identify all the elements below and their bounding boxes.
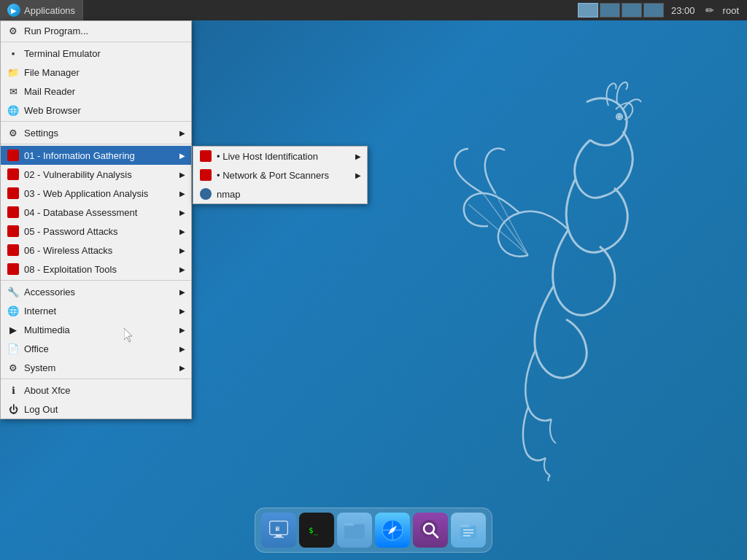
dock-item-folder[interactable]	[337, 513, 372, 548]
workspace-2[interactable]	[600, 3, 620, 18]
office-label: Office	[24, 343, 49, 354]
office-arrow: ▶	[179, 345, 185, 353]
mail-reader-label: Mail Reader	[24, 86, 75, 97]
menu-item-info-gathering[interactable]: 01 - Information Gathering ▶ • Live Host…	[1, 146, 191, 165]
svg-text:$_: $_	[309, 526, 319, 535]
menu-item-system[interactable]: ⚙ System ▶	[1, 358, 191, 377]
accessories-icon: 🔧	[7, 285, 20, 298]
menu-item-exploitation[interactable]: 08 - Exploitation Tools ▶	[1, 260, 191, 279]
username: root	[719, 5, 743, 16]
about-icon: ℹ	[7, 384, 20, 397]
info-gathering-icon	[7, 149, 20, 162]
menu-item-settings[interactable]: ⚙ Settings ▶	[1, 123, 191, 142]
app-menu: ⚙ Run Program... ▪ Terminal Emulator 📁 F…	[0, 20, 192, 419]
workspace-4[interactable]	[643, 3, 664, 18]
separator-2	[1, 121, 191, 122]
clock: 23:00	[665, 5, 701, 16]
menu-item-internet[interactable]: 🌐 Internet ▶	[1, 301, 191, 320]
dock-item-terminal[interactable]: $_	[299, 513, 334, 548]
monitor-icon: 🖥	[267, 518, 290, 542]
terminal-dock-icon: $_	[305, 518, 328, 542]
accessories-label: Accessories	[24, 287, 75, 298]
info-gathering-arrow: ▶	[179, 152, 185, 160]
applications-label: Applications	[24, 5, 75, 16]
menu-item-web-app[interactable]: 03 - Web Application Analysis ▶	[1, 184, 191, 203]
menu-item-terminal[interactable]: ▪ Terminal Emulator	[1, 44, 191, 63]
live-host-label: • Live Host Identification	[217, 151, 318, 162]
file-manager-label: File Manager	[24, 67, 80, 78]
settings-arrow: ▶	[179, 129, 185, 137]
db-assessment-arrow: ▶	[179, 209, 185, 217]
multimedia-label: Multimedia	[24, 324, 70, 335]
vuln-analysis-arrow: ▶	[179, 171, 185, 179]
menu-item-wireless[interactable]: 06 - Wireless Attacks ▶	[1, 241, 191, 260]
separator-5	[1, 378, 191, 379]
info-gathering-label: 01 - Information Gathering	[24, 150, 135, 161]
svg-rect-19	[463, 532, 473, 534]
system-icon: ⚙	[7, 361, 20, 374]
about-label: About Xfce	[24, 385, 71, 396]
separator-3	[1, 144, 191, 144]
system-arrow: ▶	[179, 364, 185, 372]
nmap-label: nmap	[217, 189, 241, 200]
svg-text:🖥: 🖥	[274, 526, 280, 532]
exploitation-arrow: ▶	[179, 265, 185, 273]
menu-item-db-assessment[interactable]: 04 - Database Assessment ▶	[1, 203, 191, 222]
file-manager-icon: 📁	[7, 66, 20, 79]
dock: 🖥 $_	[255, 508, 492, 553]
submenu-item-network-port[interactable]: • Network & Port Scanners ▶	[193, 166, 367, 184]
menu-item-web-browser[interactable]: 🌐 Web Browser	[1, 101, 191, 120]
live-host-arrow: ▶	[355, 152, 361, 160]
wireless-arrow: ▶	[179, 246, 185, 254]
menu-item-vuln-analysis[interactable]: 02 - Vulnerability Analysis ▶	[1, 165, 191, 184]
svg-rect-4	[276, 534, 282, 537]
separator-4	[1, 280, 191, 281]
network-port-icon	[199, 168, 212, 182]
multimedia-arrow: ▶	[179, 326, 185, 334]
web-icon: 🌐	[7, 104, 20, 117]
settings-icon: ⚙	[7, 126, 20, 139]
workspace-3[interactable]	[622, 3, 642, 18]
menu-item-multimedia[interactable]: ▶ Multimedia ▶	[1, 320, 191, 339]
accessories-arrow: ▶	[179, 288, 185, 296]
db-assessment-icon	[7, 206, 20, 219]
menu-item-logout[interactable]: ⏻ Log Out	[1, 400, 191, 419]
menu-item-file-manager[interactable]: 📁 File Manager	[1, 63, 191, 82]
office-icon: 📄	[7, 342, 20, 355]
svg-rect-20	[463, 535, 471, 537]
terminal-label: Terminal Emulator	[24, 48, 101, 59]
browser-dock-icon	[381, 518, 404, 542]
dock-item-monitor[interactable]: 🖥	[261, 513, 296, 548]
menu-item-about[interactable]: ℹ About Xfce	[1, 381, 191, 400]
run-program-label: Run Program...	[24, 26, 88, 36]
web-app-icon	[7, 187, 20, 200]
internet-label: Internet	[24, 306, 56, 316]
kali-dragon	[382, 58, 689, 481]
network-port-label: • Network & Port Scanners	[217, 170, 329, 181]
files-dock-icon	[457, 518, 480, 542]
taskbar-top: ▶ Applications 23:00 ✏ root	[0, 0, 747, 20]
settings-label: Settings	[24, 128, 58, 139]
submenu-item-live-host[interactable]: • Live Host Identification ▶	[193, 147, 367, 166]
dock-item-search[interactable]	[413, 513, 448, 548]
web-browser-label: Web Browser	[24, 105, 81, 116]
mail-icon: ✉	[7, 85, 20, 98]
folder-dock-icon	[343, 518, 366, 542]
workspace-1[interactable]	[578, 3, 598, 18]
applications-button[interactable]: ▶ Applications	[0, 0, 83, 20]
internet-icon: 🌐	[7, 304, 20, 317]
menu-item-run-program[interactable]: ⚙ Run Program...	[1, 21, 191, 40]
svg-point-1	[619, 116, 621, 118]
menu-item-password[interactable]: 05 - Password Attacks ▶	[1, 222, 191, 241]
dock-item-files[interactable]	[451, 513, 486, 548]
submenu-item-nmap[interactable]: nmap	[193, 184, 367, 203]
db-assessment-label: 04 - Database Assessment	[24, 207, 137, 218]
menu-item-accessories[interactable]: 🔧 Accessories ▶	[1, 282, 191, 301]
password-label: 05 - Password Attacks	[24, 226, 118, 237]
web-app-arrow: ▶	[179, 190, 185, 198]
dock-item-browser[interactable]	[375, 513, 410, 548]
menu-item-mail-reader[interactable]: ✉ Mail Reader	[1, 82, 191, 101]
menu-item-office[interactable]: 📄 Office ▶	[1, 339, 191, 358]
svg-rect-9	[344, 524, 365, 539]
vuln-analysis-icon	[7, 168, 20, 181]
